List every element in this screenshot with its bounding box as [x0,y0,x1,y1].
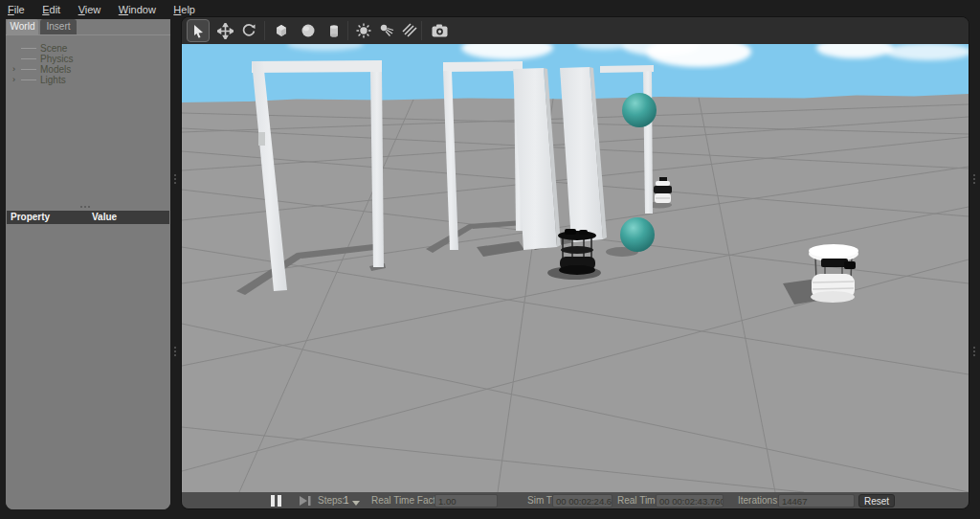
render-toolbar [182,17,969,44]
tree-branch-line [21,48,36,49]
real-time-factor-field[interactable]: 1.00 [434,494,498,508]
iterations-label: Iterations: [738,495,780,506]
directional-light-icon[interactable] [398,19,421,42]
steps-value[interactable]: 1 [344,495,349,506]
tree-branch-line [21,58,36,59]
menu-edit[interactable]: Edit [42,4,60,15]
tree-item-physics[interactable]: Physics [6,54,170,64]
sphere-icon[interactable] [297,19,320,42]
tree-branch-line [21,79,36,80]
panel-splitter-handle[interactable] [80,206,96,209]
menu-help[interactable]: Help [173,4,195,15]
splitter-grip[interactable] [973,347,976,360]
tree-item-lights[interactable]: › Lights [6,75,170,85]
left-splitter[interactable] [170,19,181,509]
iterations-field[interactable]: 14467 [778,494,855,508]
chevron-down-icon[interactable] [352,501,360,506]
select-arrow-icon[interactable] [187,19,210,42]
cylinder-icon[interactable] [323,19,345,42]
splitter-grip[interactable] [973,174,976,188]
rotate-icon[interactable] [237,19,260,42]
tree-branch-line [21,69,36,70]
turtlebot-black[interactable] [558,229,596,275]
box-icon[interactable] [270,19,293,42]
menu-window[interactable]: Window [119,4,156,15]
property-table-header: Property Value [7,211,169,224]
right-splitter[interactable] [969,19,980,509]
screenshot-camera-icon[interactable] [428,19,451,42]
toolbar-separator [347,21,348,40]
menubar: File Edit View Window Help [0,0,980,15]
splitter-grip[interactable] [174,174,177,188]
gazebo-3d-scene[interactable] [182,44,969,492]
tree-item-scene[interactable]: Scene [6,43,170,54]
teal-sphere-ground[interactable] [620,217,655,252]
scene-tree: Scene Physics › Models › Lights [6,43,170,85]
translate-icon[interactable] [213,19,236,42]
simulation-statusbar: Steps: 1 Real Time Factor: 1.00 Sim Time… [182,492,969,509]
property-column-header[interactable]: Property [11,212,50,222]
tree-item-models[interactable]: › Models [6,64,170,75]
expand-arrow-icon[interactable]: › [12,75,15,84]
world-tree-panel: Scene Physics › Models › Lights Property… [6,34,170,509]
teal-sphere-floating[interactable] [622,93,657,127]
value-column-header[interactable]: Value [92,212,117,222]
world-panel: World Insert Scene Physics › Models › Li… [6,19,170,509]
steps-label: Steps: [318,495,345,506]
pause-button[interactable] [271,495,284,508]
point-light-icon[interactable] [352,19,375,42]
reset-button[interactable]: Reset [858,494,895,508]
render-viewport: Steps: 1 Real Time Factor: 1.00 Sim Time… [181,16,969,509]
menu-file[interactable]: File [8,4,25,15]
tab-world[interactable]: World [7,19,38,34]
panel-tabbar: World Insert [6,19,170,34]
tab-insert[interactable]: Insert [40,19,77,34]
sim-time-field[interactable]: 00 00:02:24.670 [552,494,612,508]
expand-arrow-icon[interactable]: › [12,64,15,74]
real-time-field[interactable]: 00 00:02:43.760 [656,494,724,508]
spot-light-icon[interactable] [376,19,399,42]
splitter-grip[interactable] [174,347,177,360]
menu-view[interactable]: View [78,4,101,15]
step-button[interactable] [299,495,312,507]
toolbar-separator [421,21,422,40]
toolbar-separator [264,21,265,40]
